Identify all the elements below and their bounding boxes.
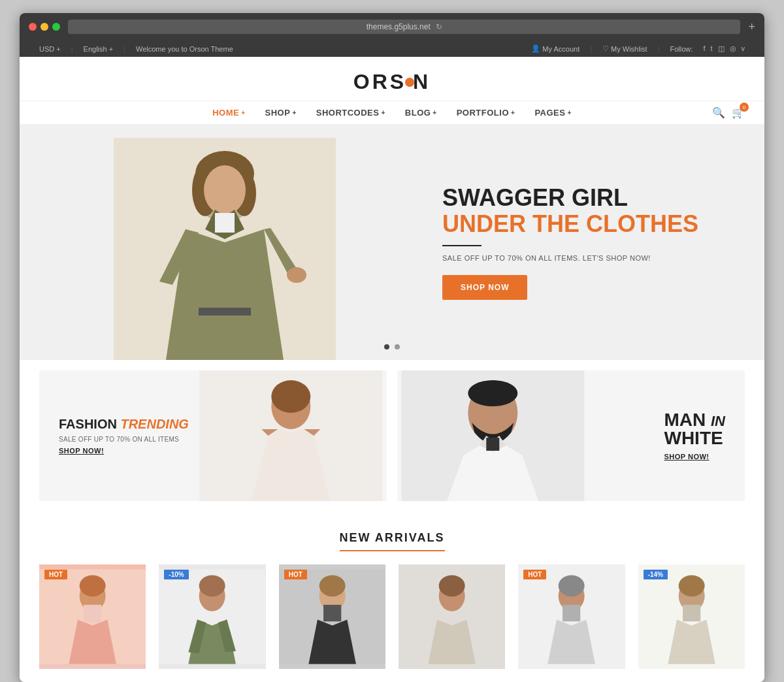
- follow-label: Follow:: [670, 45, 693, 53]
- hero-slider: SWAGGER GIRL UNDER THE CLOTHES SALE OFF …: [20, 125, 764, 360]
- refresh-icon[interactable]: ↻: [436, 22, 442, 31]
- twitter-icon[interactable]: t: [710, 44, 712, 53]
- promo-card-fashion: FASHION TRENDING SALE OFF UP TO 70% ON A…: [39, 370, 387, 501]
- nav-item-pages[interactable]: PAGES +: [534, 108, 571, 118]
- cart-badge: 0: [740, 103, 749, 112]
- svg-point-18: [80, 575, 106, 596]
- slider-dots: [384, 344, 400, 349]
- wishlist-link[interactable]: ♡ My Wishlist: [602, 44, 647, 53]
- language-selector[interactable]: English +: [84, 45, 114, 53]
- product-image-4: [399, 564, 505, 669]
- top-bar-left: USD + | English + | Welcome you to Orson…: [39, 45, 233, 53]
- hero-cta-button[interactable]: SHOP NOW: [442, 275, 527, 300]
- pinterest-icon[interactable]: ◎: [730, 44, 736, 53]
- promo-title-man: MAN inWHITE: [664, 411, 725, 447]
- search-icon[interactable]: 🔍: [712, 106, 725, 119]
- logo-dot: [405, 78, 414, 87]
- currency-selector[interactable]: USD +: [39, 45, 61, 53]
- promo-section: FASHION TRENDING SALE OFF UP TO 70% ON A…: [20, 360, 764, 511]
- svg-rect-7: [199, 308, 251, 316]
- product-card-6[interactable]: -14%: [638, 564, 745, 669]
- nav-item-home[interactable]: HOME +: [212, 108, 245, 118]
- product-card-4[interactable]: [399, 564, 505, 669]
- svg-rect-37: [683, 605, 700, 621]
- my-account-link[interactable]: 👤 My Account: [531, 44, 580, 53]
- hero-image-area: [20, 125, 429, 360]
- new-tab-button[interactable]: +: [748, 20, 755, 34]
- browser-chrome: themes.g5plus.net ↻ +: [20, 13, 764, 41]
- product-image-3: HOT: [279, 564, 385, 669]
- svg-rect-19: [84, 605, 101, 623]
- product-badge-2: -10%: [164, 570, 188, 579]
- hero-model-image: [114, 138, 336, 360]
- promo-title-fashion: FASHION TRENDING: [59, 417, 189, 432]
- product-image-1: HOT: [39, 564, 146, 669]
- url-bar[interactable]: themes.g5plus.net ↻: [68, 20, 740, 34]
- promo-image-2: [397, 370, 589, 501]
- svg-rect-6: [215, 213, 235, 233]
- svg-point-32: [559, 575, 585, 596]
- hero-subtitle: SALE OFF UP TO 70% ON ALL ITEMS. LET'S S…: [442, 254, 738, 262]
- product-card-1[interactable]: HOT: [39, 564, 146, 669]
- logo-area: ORSN: [20, 57, 764, 101]
- vimeo-icon[interactable]: v: [742, 44, 745, 53]
- product-card-2[interactable]: -10%: [159, 564, 265, 669]
- hero-title-sub: UNDER THE CLOTHES: [442, 211, 738, 237]
- section-title-area: NEW ARRIVALS: [20, 511, 764, 564]
- svg-rect-26: [323, 605, 341, 621]
- svg-point-5: [204, 165, 246, 215]
- close-button[interactable]: [29, 23, 37, 31]
- browser-dots: [29, 23, 60, 31]
- top-bar-right: 👤 My Account | ♡ My Wishlist | Follow: f…: [531, 44, 745, 53]
- url-text: themes.g5plus.net: [367, 22, 431, 31]
- browser-window: themes.g5plus.net ↻ + USD + | English + …: [20, 13, 764, 682]
- logo[interactable]: ORSN: [20, 70, 764, 94]
- top-bar: USD + | English + | Welcome you to Orson…: [20, 41, 764, 57]
- nav-item-portfolio[interactable]: PORTFOLIO +: [457, 108, 515, 118]
- nav-item-shortcodes[interactable]: SHORTCODES +: [316, 108, 385, 118]
- promo-link-2[interactable]: SHOP NOW!: [664, 453, 725, 461]
- cart-icon[interactable]: 🛒 0: [732, 106, 745, 119]
- svg-point-8: [287, 267, 306, 283]
- svg-rect-15: [486, 438, 499, 451]
- promo-image-1: [195, 370, 387, 501]
- promo-card-man: MAN inWHITE SHOP NOW!: [397, 370, 745, 501]
- product-badge-3: HOT: [284, 570, 307, 579]
- svg-point-36: [678, 575, 704, 596]
- product-badge-5: HOT: [523, 570, 546, 579]
- welcome-text: Welcome you to Orson Theme: [136, 45, 233, 53]
- promo-card-1-content: FASHION TRENDING SALE OFF UP TO 70% ON A…: [39, 397, 208, 474]
- product-grid: HOT -10%: [20, 564, 764, 682]
- product-card-3[interactable]: HOT: [279, 564, 385, 669]
- maximize-button[interactable]: [52, 23, 60, 31]
- svg-point-29: [439, 575, 465, 596]
- svg-rect-33: [563, 605, 580, 621]
- main-nav: HOME + SHOP + SHORTCODES + BLOG + PORTFO…: [20, 101, 764, 125]
- svg-point-14: [468, 380, 517, 406]
- slider-dot-2[interactable]: [395, 344, 400, 349]
- hero-title-main: SWAGGER GIRL: [442, 185, 738, 211]
- nav-item-shop[interactable]: SHOP +: [265, 108, 297, 118]
- minimize-button[interactable]: [41, 23, 48, 31]
- product-badge-6: -14%: [644, 570, 668, 579]
- product-card-5[interactable]: HOT: [518, 564, 625, 669]
- promo-link-1[interactable]: SHOP NOW!: [59, 447, 189, 455]
- product-image-2: -10%: [159, 564, 265, 669]
- nav-icons: 🔍 🛒 0: [712, 106, 745, 119]
- svg-point-11: [272, 380, 311, 413]
- svg-point-25: [319, 575, 345, 596]
- product-image-6: -14%: [638, 564, 745, 669]
- slider-dot-1[interactable]: [384, 344, 389, 349]
- product-badge-1: HOT: [44, 570, 67, 579]
- hero-divider: [442, 245, 482, 246]
- svg-point-22: [199, 575, 225, 596]
- hero-content: SWAGGER GIRL UNDER THE CLOTHES SALE OFF …: [429, 159, 764, 325]
- promo-card-2-content: MAN inWHITE SHOP NOW!: [651, 391, 745, 480]
- site-content: USD + | English + | Welcome you to Orson…: [20, 41, 764, 682]
- promo-subtitle-1: SALE OFF UP TO 70% ON ALL ITEMS: [59, 436, 189, 443]
- nav-item-blog[interactable]: BLOG +: [405, 108, 437, 118]
- section-title: NEW ARRIVALS: [340, 531, 445, 551]
- instagram-icon[interactable]: ◫: [718, 44, 725, 53]
- facebook-icon[interactable]: f: [703, 44, 705, 53]
- product-image-5: HOT: [518, 564, 625, 669]
